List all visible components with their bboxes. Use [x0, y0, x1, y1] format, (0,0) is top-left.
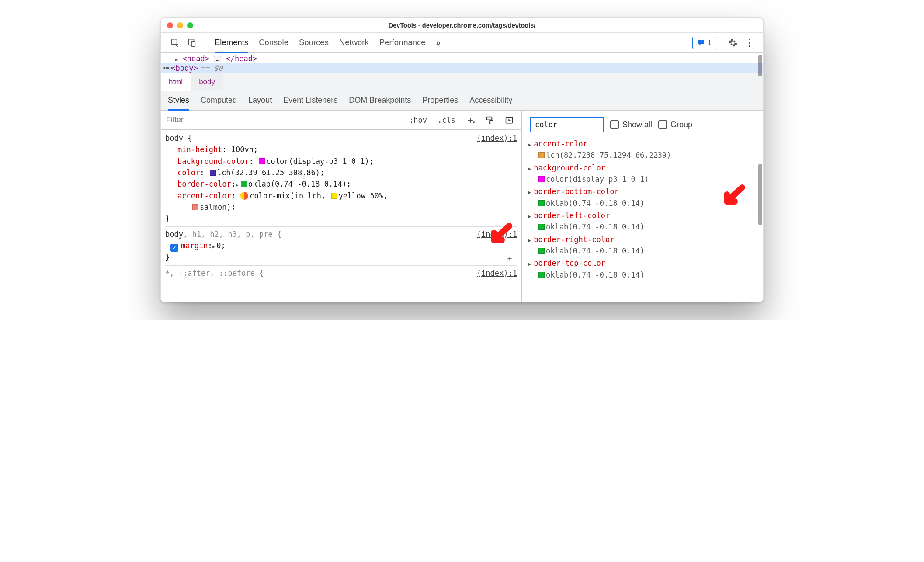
computed-row[interactable]: ▶background-colorcolor(display-p3 1 0 1)	[527, 162, 757, 186]
tab-sources[interactable]: Sources	[299, 33, 329, 53]
computed-prop-value: oklab(0.74 -0.18 0.14)	[528, 269, 757, 281]
subtab-computed[interactable]: Computed	[201, 91, 237, 111]
rule2-close: }	[165, 252, 517, 263]
new-rule-button[interactable]: ▾	[462, 114, 479, 126]
tab-elements[interactable]: Elements	[215, 33, 248, 53]
swatch-color-mix[interactable]	[240, 192, 248, 200]
computed-row[interactable]: ▶border-right-coloroklab(0.74 -0.18 0.14…	[527, 233, 757, 257]
swatch-icon[interactable]	[538, 224, 545, 230]
more-icon[interactable]: ⋮	[742, 35, 757, 50]
tri-right-icon: ▶	[528, 261, 531, 267]
issues-count: 1	[708, 39, 712, 47]
hov-button[interactable]: :hov	[406, 114, 431, 126]
issues-button[interactable]: 1	[692, 37, 716, 49]
cls-button[interactable]: .cls	[434, 114, 459, 126]
swatch-icon[interactable]	[538, 200, 545, 206]
computed-row[interactable]: ▶border-bottom-coloroklab(0.74 -0.18 0.1…	[527, 185, 757, 209]
scroll-thumb-icon	[758, 55, 762, 76]
computed-prop-value: oklab(0.74 -0.18 0.14)	[528, 198, 757, 209]
source-link-2[interactable]: (index):1	[477, 229, 517, 240]
crumb-body[interactable]: body	[191, 73, 223, 91]
tab-network[interactable]: Network	[339, 33, 369, 53]
dom-tree: ▶ <head> … </head> ••• ▼ <body> == $0	[161, 53, 763, 73]
computed-pane: Show all Group ▶accent-colorlch(82.7238 …	[522, 111, 763, 302]
styles-filter-input[interactable]	[161, 111, 327, 129]
group-checkbox[interactable]: Group	[658, 120, 692, 129]
prop-accent-color-cont[interactable]: salmon);	[165, 201, 517, 213]
tab-performance[interactable]: Performance	[379, 33, 426, 53]
group-label: Group	[670, 120, 692, 129]
prop-min-height[interactable]: min-height: 100vh;	[165, 144, 517, 155]
paint-icon[interactable]	[482, 114, 498, 126]
device-toggle-icon[interactable]	[184, 35, 199, 50]
main-tabs: Elements Console Sources Network Perform…	[204, 33, 451, 52]
add-property-button[interactable]: ＋	[506, 252, 514, 264]
rule3-header: *, ::after, ::before { (index):1	[165, 267, 517, 279]
source-link-3[interactable]: (index):1	[477, 267, 517, 279]
source-link[interactable]: (index):1	[477, 132, 517, 144]
swatch-icon[interactable]	[538, 248, 545, 254]
subtab-properties[interactable]: Properties	[422, 91, 458, 111]
selector-body-multi[interactable]: body, h1, h2, h3, p, pre {	[165, 229, 281, 240]
selector-universal[interactable]: *, ::after, ::before {	[165, 267, 264, 279]
swatch-green[interactable]	[241, 181, 247, 187]
computed-row[interactable]: ▶border-left-coloroklab(0.74 -0.18 0.14)	[527, 209, 757, 233]
show-all-checkbox[interactable]: Show all	[610, 120, 652, 129]
zoom-icon[interactable]	[187, 22, 193, 28]
checkbox-empty-icon	[610, 120, 619, 129]
chat-icon	[697, 39, 705, 47]
ellipsis-chip[interactable]: …	[214, 56, 221, 62]
rule-body-header: body { (index):1	[165, 132, 517, 144]
subtab-event-listeners[interactable]: Event Listeners	[283, 91, 337, 111]
swatch-yellow[interactable]	[331, 193, 337, 199]
gear-icon[interactable]	[726, 35, 740, 50]
swatch-magenta[interactable]	[259, 158, 265, 164]
swatch-icon[interactable]	[538, 272, 545, 278]
svg-rect-5	[487, 117, 492, 120]
crumb-html[interactable]: html	[161, 73, 191, 91]
swatch-icon[interactable]	[538, 176, 545, 182]
selector-body[interactable]: body {	[165, 132, 192, 144]
expand-tri-icon[interactable]: ▶	[236, 182, 239, 188]
computed-row[interactable]: ▶accent-colorlch(82.7238 75.1294 66.2239…	[527, 138, 757, 162]
subtab-accessibility[interactable]: Accessibility	[469, 91, 512, 111]
swatch-purple[interactable]	[210, 170, 216, 176]
body-open-tag: <body>	[171, 64, 198, 73]
tab-console[interactable]: Console	[259, 33, 288, 53]
tri-right-icon: ▶	[528, 213, 531, 219]
subtab-dom-breakpoints[interactable]: DOM Breakpoints	[349, 91, 411, 111]
tabs-overflow[interactable]: »	[436, 33, 441, 53]
prop-accent-color[interactable]: accent-color: color-mix(in lch, yellow 5…	[165, 190, 517, 201]
play-box-icon[interactable]	[501, 114, 517, 126]
computed-filter-input[interactable]	[530, 117, 604, 132]
row-dots-icon: •••	[163, 65, 174, 72]
rule2-header: body, h1, h2, h3, p, pre { (index):1	[165, 229, 517, 240]
inspect-icon[interactable]	[168, 35, 183, 50]
prop-border-color[interactable]: border-color:▶oklab(0.74 -0.18 0.14);	[165, 178, 517, 190]
head-open-tag: <head>	[182, 54, 209, 63]
tri-right-icon: ▶	[528, 166, 531, 172]
prop-margin[interactable]: ✓margin:▶0;	[165, 240, 517, 252]
scroll-thumb-icon-2	[758, 164, 762, 225]
scrollbar[interactable]	[758, 55, 762, 300]
computed-prop-value: lch(82.7238 75.1294 66.2239)	[528, 149, 757, 161]
minimize-icon[interactable]	[177, 22, 183, 28]
prop-background-color[interactable]: background-color: color(display-p3 1 0 1…	[165, 156, 517, 167]
swatch-salmon[interactable]	[192, 204, 198, 210]
subtab-layout[interactable]: Layout	[248, 91, 272, 111]
close-icon[interactable]	[167, 22, 173, 28]
subtab-styles[interactable]: Styles	[168, 91, 189, 111]
devtools-window: DevTools - developer.chrome.com/tags/dev…	[160, 17, 764, 302]
prop-color[interactable]: color: lch(32.39 61.25 308.86);	[165, 167, 517, 178]
swatch-icon[interactable]	[538, 152, 545, 158]
dom-head-node[interactable]: ▶ <head> … </head>	[161, 54, 763, 63]
show-all-label: Show all	[622, 120, 652, 129]
styles-pane: :hov .cls ▾ body { (index):1	[161, 111, 522, 302]
checkbox-icon[interactable]: ✓	[170, 244, 178, 252]
expand-tri-icon-2[interactable]: ▶	[212, 244, 215, 250]
checkbox-empty-icon-2	[658, 120, 667, 129]
computed-row[interactable]: ▶border-top-coloroklab(0.74 -0.18 0.14)	[527, 257, 757, 281]
toolbar-right: 1 ⋮	[692, 35, 761, 50]
tri-right-icon: ▶	[528, 189, 531, 195]
dom-body-node[interactable]: ••• ▼ <body> == $0	[161, 63, 763, 73]
